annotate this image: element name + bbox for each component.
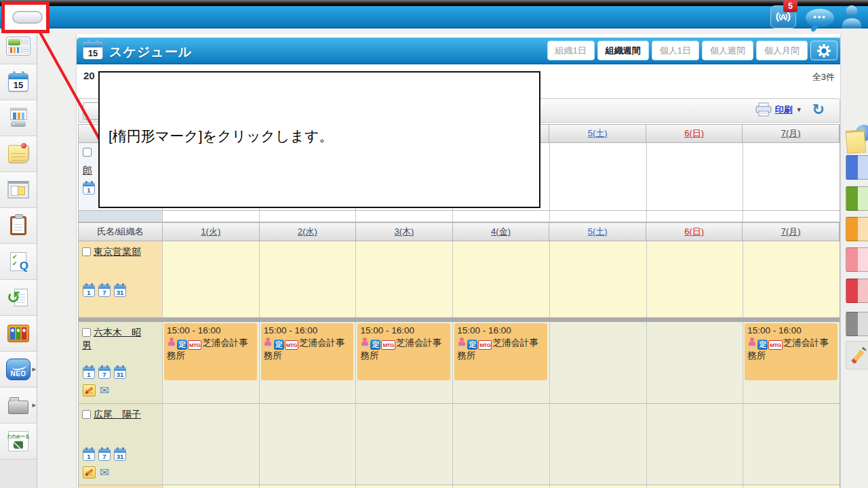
schedule-cell[interactable]: 15:00 - 16:00 定MTG芝浦会計事務所 — [743, 322, 840, 403]
view-button-personal-week[interactable]: 個人週間 — [702, 41, 753, 60]
schedule-cell[interactable]: 15:00 - 16:00 定MTG芝浦会計事務所 — [453, 322, 550, 403]
mtg-badge: MTG — [188, 340, 201, 350]
week-view-icon[interactable]: 7 — [98, 367, 111, 379]
category-tab-gray[interactable] — [846, 312, 868, 336]
day-view-icon[interactable]: 1 — [83, 449, 95, 461]
mail-icon[interactable] — [100, 385, 109, 396]
week-view-icon[interactable]: 7 — [98, 449, 111, 461]
profile-icon[interactable] — [840, 4, 864, 33]
schedule-cell[interactable] — [260, 241, 357, 317]
schedule-cell[interactable] — [647, 322, 744, 403]
view-button-personal-day[interactable]: 個人1日 — [652, 41, 699, 60]
schedule-cell[interactable] — [550, 241, 647, 317]
sidebar-item-facility[interactable] — [0, 100, 37, 136]
schedule-cell[interactable] — [550, 143, 647, 210]
schedule-cell[interactable] — [743, 241, 840, 317]
mail-icon[interactable] — [100, 467, 109, 479]
expand-arrow-icon[interactable] — [32, 401, 36, 409]
sidebar-item-todo[interactable] — [0, 244, 37, 280]
row-checkbox[interactable] — [83, 148, 92, 157]
member-name-link[interactable]: 広尾 陽子 — [94, 409, 141, 420]
chat-icon[interactable] — [806, 9, 834, 27]
day-view-icon[interactable]: 1 — [83, 367, 95, 379]
schedule-cell[interactable] — [453, 241, 550, 317]
sidebar-item-portal[interactable] — [0, 28, 37, 64]
edit-memo-icon[interactable] — [83, 384, 96, 396]
schedule-cell[interactable] — [743, 143, 840, 210]
day-header[interactable]: 1(火) — [163, 223, 260, 241]
row-checkbox[interactable] — [82, 328, 91, 337]
schedule-cell[interactable] — [550, 322, 647, 403]
day-header-monday[interactable]: 7(月) — [743, 223, 840, 241]
member-name-link[interactable]: 郎 — [83, 165, 92, 176]
category-tab-red[interactable] — [846, 279, 868, 303]
appointment[interactable]: 15:00 - 16:00 定MTG芝浦会計事務所 — [357, 323, 450, 380]
day-header-sunday[interactable]: 6(日) — [646, 125, 743, 142]
schedule-cell[interactable] — [647, 241, 744, 317]
recurring-badge: 定 — [177, 340, 187, 350]
schedule-cell[interactable] — [356, 241, 453, 317]
sidebar-item-schedule[interactable]: 15 — [0, 64, 37, 100]
appointment[interactable]: 15:00 - 16:00 定MTG芝浦会計事務所 — [745, 323, 837, 380]
day-view-icon[interactable]: 1 — [83, 285, 95, 297]
sidebar-item-circulation[interactable] — [0, 280, 37, 316]
day-header-saturday[interactable]: 5(土) — [549, 223, 646, 241]
ellipse-mark-button[interactable] — [12, 11, 43, 24]
category-tab-green[interactable] — [846, 186, 868, 211]
schedule-cell[interactable] — [260, 404, 357, 485]
sidebar-item-tanomeru[interactable]: たのめーる — [0, 424, 37, 460]
memo-tool-icon[interactable] — [846, 125, 868, 155]
member-name-link[interactable]: 六本木 昭男 — [82, 327, 141, 350]
day-header[interactable]: 3(木) — [356, 223, 453, 241]
view-button-org-week[interactable]: 組織週間 — [597, 41, 649, 60]
schedule-cell[interactable] — [453, 404, 550, 485]
schedule-cell[interactable]: 15:00 - 16:00 定MTG芝浦会計事務所 — [356, 322, 453, 403]
pencil-icon[interactable] — [846, 341, 868, 369]
month-view-icon[interactable]: 31 — [114, 285, 126, 297]
view-button-org-day[interactable]: 組織1日 — [547, 41, 595, 60]
month-view-icon[interactable]: 31 — [114, 367, 126, 379]
facility-reservation-icon — [10, 110, 27, 127]
month-view-icon[interactable]: 31 — [114, 449, 126, 461]
day-header-monday[interactable]: 7(月) — [743, 125, 840, 142]
appointment[interactable]: 15:00 - 16:00 定MTG芝浦会計事務所 — [454, 323, 547, 380]
day-header-sunday[interactable]: 6(日) — [646, 223, 743, 241]
sidebar-item-cabinet[interactable] — [0, 316, 37, 352]
appointment[interactable]: 15:00 - 16:00 定MTG芝浦会計事務所 — [164, 323, 257, 380]
day-header[interactable]: 4(金) — [453, 223, 550, 241]
print-link[interactable]: 印刷 — [775, 104, 793, 116]
row-checkbox[interactable] — [82, 410, 91, 419]
day-header-saturday[interactable]: 5(土) — [549, 125, 646, 142]
edit-memo-icon[interactable] — [83, 466, 96, 479]
sidebar-item-neo[interactable]: NEO — [0, 352, 37, 388]
appointment[interactable]: 15:00 - 16:00 定MTG芝浦会計事務所 — [261, 323, 354, 380]
refresh-icon[interactable] — [812, 102, 825, 117]
schedule-cell[interactable] — [743, 404, 840, 485]
view-button-personal-month[interactable]: 個人月間 — [756, 41, 808, 60]
schedule-cell[interactable] — [550, 404, 647, 485]
portal-icon — [6, 37, 31, 56]
schedule-cell[interactable] — [647, 404, 744, 485]
category-tab-blue[interactable] — [846, 155, 868, 180]
sidebar-item-folder[interactable] — [0, 388, 37, 424]
schedule-cell[interactable] — [163, 241, 260, 317]
category-tab-orange[interactable] — [846, 217, 868, 241]
expand-arrow-icon[interactable] — [32, 365, 36, 373]
settings-button[interactable] — [810, 41, 837, 60]
schedule-cell[interactable]: 15:00 - 16:00 定MTG芝浦会計事務所 — [260, 322, 357, 403]
day-header[interactable]: 2(水) — [260, 223, 357, 241]
sidebar-item-report[interactable] — [0, 208, 37, 244]
sidebar-item-memo[interactable] — [0, 136, 37, 172]
day-view-icon[interactable]: 1 — [83, 182, 95, 195]
schedule-cell[interactable] — [163, 404, 260, 485]
category-tab-pink[interactable] — [846, 247, 868, 272]
schedule-cell[interactable]: 15:00 - 16:00 定MTG芝浦会計事務所 — [163, 322, 260, 403]
sidebar-item-bulletin[interactable] — [0, 172, 37, 208]
schedule-cell[interactable] — [356, 404, 453, 485]
schedule-cell[interactable] — [647, 143, 744, 210]
row-checkbox[interactable] — [82, 247, 91, 256]
tanomeru-logo: たのめーる — [8, 431, 28, 451]
print-dropdown-icon[interactable] — [796, 106, 802, 113]
week-view-icon[interactable]: 7 — [98, 285, 111, 297]
organization-name-link[interactable]: 東京営業部 — [94, 246, 141, 257]
